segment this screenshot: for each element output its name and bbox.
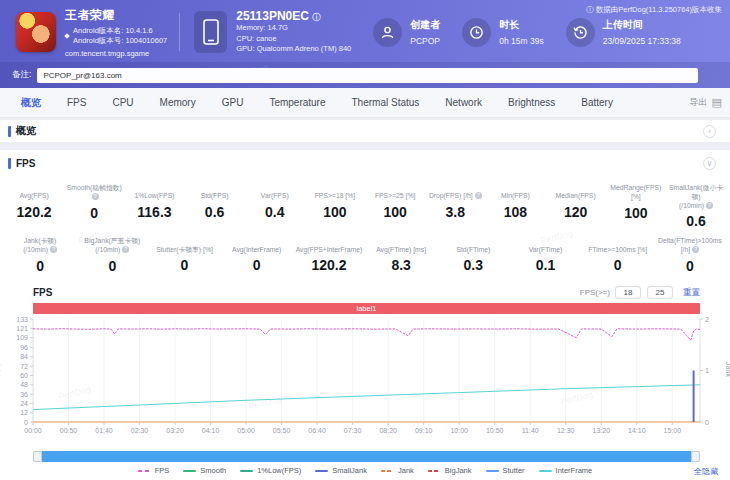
tab-CPU[interactable]: CPU	[99, 97, 146, 108]
legend-marker	[240, 470, 253, 472]
help-icon[interactable]: ?	[692, 246, 699, 253]
duration-label: 时长	[499, 18, 543, 32]
help-icon[interactable]: ?	[122, 246, 129, 253]
legend-marker	[183, 470, 196, 472]
tab-Brightness[interactable]: Brightness	[495, 97, 568, 108]
stat-label: Min(FPS)	[501, 184, 530, 201]
help-icon[interactable]: ?	[475, 192, 482, 199]
legend-item-InterFrame[interactable]: InterFrame	[539, 466, 593, 475]
creator-label: 创建者	[410, 18, 440, 32]
stat-cell: Avg(InterFrame)0	[221, 237, 293, 274]
reset-button[interactable]: 重置	[683, 287, 700, 299]
stat-value: 0.3	[464, 257, 483, 273]
stat-label: FTime>=100ms [%]	[588, 237, 647, 254]
stat-value: 120.2	[17, 204, 52, 220]
legend-label: Stutter	[503, 466, 525, 475]
legend-item-Jank[interactable]: Jank	[381, 466, 414, 475]
legend-marker	[428, 470, 441, 472]
stat-cell: FPS>=18 [%]100	[305, 184, 365, 229]
stat-label: Median(FPS)	[556, 184, 596, 201]
overview-collapse-button[interactable]: ‹	[703, 125, 716, 138]
svg-text:36: 36	[20, 391, 28, 398]
tab-Thermal Status[interactable]: Thermal Status	[339, 97, 433, 108]
tab-Temperature[interactable]: Temperature	[256, 97, 338, 108]
svg-text:109: 109	[16, 334, 28, 341]
fps-section-card: FPS ∨ Avg(FPS)120.2Smooth(稳帧指数)?01%Low(F…	[0, 150, 730, 480]
stat-label: MedRange(FPS)[%]	[606, 184, 666, 202]
android-version-name: Android版本名: 10.4.1.6	[73, 26, 167, 37]
fps-chart-plot[interactable]: 00:0000:5001:4002:3003:2004:1005:0005:50…	[0, 314, 730, 446]
app-name: 王者荣耀	[65, 7, 167, 24]
tab-GPU[interactable]: GPU	[209, 97, 257, 108]
tab-Battery[interactable]: Battery	[568, 97, 626, 108]
help-icon[interactable]: ?	[706, 202, 713, 209]
svg-text:1: 1	[705, 367, 709, 374]
metric-tabbar: 概览FPSCPUMemoryGPUTemperatureThermal Stat…	[0, 88, 730, 118]
svg-text:12:30: 12:30	[557, 427, 575, 434]
creator-value: PCPOP	[410, 36, 440, 46]
legend-label: SmallJank	[332, 466, 367, 475]
fps-threshold-input-2[interactable]	[647, 286, 673, 299]
help-icon[interactable]: ?	[50, 246, 57, 253]
stat-label: BigJank(严重卡顿)(/10min)?	[84, 237, 140, 255]
slider-left-handle[interactable]	[33, 451, 42, 462]
legend-label: FPS	[155, 466, 170, 475]
stat-value: 108	[504, 204, 527, 220]
stat-cell: Smooth(稳帧指数)?0	[64, 184, 124, 229]
chart-range-slider[interactable]	[33, 451, 700, 462]
tab-Memory[interactable]: Memory	[147, 97, 209, 108]
fps-chart-title: FPS	[33, 287, 52, 298]
header-divider	[179, 13, 180, 51]
help-icon[interactable]: ?	[92, 193, 99, 200]
legend-item-SmallJank[interactable]: SmallJank	[315, 466, 367, 475]
svg-text:0: 0	[705, 419, 709, 426]
svg-text:96: 96	[20, 344, 28, 351]
stat-value: 0.6	[686, 213, 705, 229]
stat-value: 8.3	[391, 257, 410, 273]
chart-label-banner: label1	[33, 303, 700, 314]
stat-cell: Avg(FPS)120.2	[4, 184, 64, 229]
fps-collapse-button[interactable]: ∨	[703, 157, 716, 170]
export-icon: ▤	[712, 96, 722, 109]
legend-marker	[315, 470, 328, 472]
stat-cell: Avg(FTime) [ms]8.3	[365, 237, 437, 274]
legend-item-BigJank[interactable]: BigJank	[428, 466, 472, 475]
stat-value: 100	[323, 204, 346, 220]
stat-cell: MedRange(FPS)[%]100	[606, 184, 666, 229]
section-accent	[8, 158, 11, 169]
export-button[interactable]: 导出 ▤	[690, 96, 722, 109]
meta-group: 创建者 PCPOP 时长 0h 15m 39s	[373, 18, 702, 47]
stat-label: FPS>=25 [%]	[375, 184, 415, 201]
upload-time-label: 上传时间	[603, 18, 681, 32]
tab-FPS[interactable]: FPS	[54, 97, 99, 108]
upload-time-block: 上传时间 23/09/2025 17:33:38	[566, 18, 681, 47]
stat-value: 0	[90, 205, 98, 221]
game-app-icon	[16, 12, 56, 52]
remark-input[interactable]	[37, 68, 698, 83]
legend-item-Stutter[interactable]: Stutter	[486, 466, 525, 475]
stat-cell: BigJank(严重卡顿)(/10min)?0	[76, 237, 148, 274]
svg-text:02:30: 02:30	[131, 427, 149, 434]
legend-item-1%Low(FPS)[interactable]: 1%Low(FPS)	[240, 466, 301, 475]
duration-value: 0h 15m 39s	[499, 36, 543, 46]
legend-item-Smooth[interactable]: Smooth	[183, 466, 226, 475]
slider-right-handle[interactable]	[691, 451, 700, 462]
fps-threshold-input-1[interactable]	[615, 286, 641, 299]
slider-selected-range[interactable]	[42, 451, 691, 462]
svg-text:04:10: 04:10	[202, 427, 220, 434]
svg-text:60: 60	[20, 372, 28, 379]
tab-Network[interactable]: Network	[432, 97, 495, 108]
stat-label: Std(FTime)	[456, 237, 490, 254]
legend-item-FPS[interactable]: FPS	[138, 466, 170, 475]
tab-概览[interactable]: 概览	[8, 96, 54, 110]
hide-all-button[interactable]: 全隐藏	[694, 466, 718, 477]
legend-marker	[486, 470, 499, 472]
device-info-icon[interactable]: ⓘ	[312, 13, 320, 22]
device-cpu: CPU: canoe	[236, 34, 351, 45]
package-name: com.tencent.tmgp.sgame	[65, 49, 167, 58]
fps-chart-header: FPS FPS(>=) 重置	[0, 274, 730, 303]
stat-value: 100	[624, 205, 647, 221]
legend-label: InterFrame	[556, 466, 593, 475]
banner-label: label1	[356, 304, 376, 313]
left-axis-title: FPS	[0, 363, 1, 377]
